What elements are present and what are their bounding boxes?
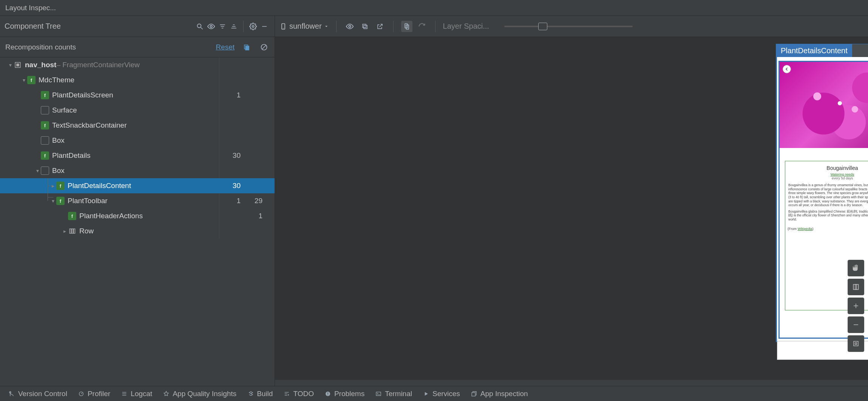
watering-value: every 5d days [788, 176, 868, 180]
tool-window-title: Layout Inspec... [5, 4, 56, 12]
device-selector[interactable]: sunflower [280, 22, 329, 31]
zoom-out-icon[interactable] [848, 316, 864, 333]
svg-rect-15 [364, 25, 367, 29]
selection-badge-name: PlantDetailsContent [776, 44, 852, 57]
tree-row[interactable]: fPlantDetails30 [0, 148, 275, 163]
layout-preview[interactable]: PlantDetailsContent 30 + [275, 37, 868, 386]
toggle-3d-icon[interactable] [401, 21, 412, 32]
layer-spacing-slider[interactable] [504, 26, 633, 27]
wikipedia-link[interactable]: Wikipedia [798, 227, 812, 231]
component-tree-panel: Recomposition counts Reset ▾nav_host – F… [0, 37, 275, 386]
bottom-bar-icon [247, 390, 254, 397]
tree-row[interactable]: fPlantHeaderActions1 [0, 208, 275, 224]
search-icon[interactable] [194, 21, 205, 32]
bottom-bar-icon [324, 390, 331, 397]
bottom-bar-icon [78, 390, 85, 397]
bottom-bar-item[interactable]: App Quality Insights [163, 390, 236, 398]
bottom-bar-icon [121, 390, 128, 397]
slider-thumb[interactable] [538, 23, 547, 30]
tree-row[interactable]: ▾Box [0, 163, 275, 178]
svg-rect-49 [327, 395, 328, 395]
svg-line-1 [201, 27, 203, 29]
svg-rect-26 [74, 229, 75, 233]
tool-window-title-bar: Layout Inspec... [0, 0, 868, 16]
bottom-bar-item[interactable]: Logcat [121, 390, 152, 398]
plant-description-2: Bougainvillea glabra (simplified Chinese… [788, 210, 868, 222]
layout-inspector-window: Layout Inspec... Component Tree [0, 0, 868, 401]
bottom-bar-icon [283, 390, 290, 397]
tree-row[interactable]: fPlantDetailsScreen1 [0, 88, 275, 103]
svg-point-0 [197, 24, 201, 28]
component-tree-label: Component Tree [5, 22, 61, 31]
svg-line-21 [262, 45, 266, 49]
svg-rect-52 [472, 392, 475, 396]
svg-rect-19 [246, 46, 249, 50]
bottom-bar-item[interactable]: Problems [324, 390, 364, 398]
back-button[interactable] [783, 65, 791, 73]
copy-icon[interactable] [241, 42, 252, 52]
svg-rect-37 [854, 341, 858, 346]
tree-row[interactable]: ▾fPlantToolbar129 [0, 193, 275, 208]
plant-title: Bougainvillea [788, 165, 868, 171]
bottom-bar-item[interactable]: App Inspection [471, 390, 528, 398]
live-updates-icon[interactable] [344, 21, 355, 32]
zoom-toolbar [848, 260, 864, 352]
svg-point-9 [252, 25, 254, 27]
settings-icon[interactable] [247, 21, 259, 32]
plant-image [780, 62, 868, 148]
bottom-bar-item[interactable]: TODO [283, 390, 314, 398]
layers-icon[interactable] [848, 279, 864, 295]
svg-rect-38 [855, 343, 857, 345]
svg-rect-14 [363, 24, 366, 28]
bottom-bar-item[interactable]: Build [247, 390, 273, 398]
recomposition-counts-bar: Recomposition counts Reset [0, 37, 275, 57]
bottom-bar-icon [8, 390, 15, 397]
plant-source: (From Wikipedia) [788, 227, 868, 231]
tree-row[interactable]: ▸Row [0, 224, 275, 239]
tree-row[interactable]: Surface [0, 103, 275, 118]
zoom-in-icon[interactable] [848, 298, 864, 314]
svg-rect-50 [376, 392, 381, 395]
bottom-bar-item[interactable]: Terminal [375, 390, 412, 398]
pan-icon[interactable] [848, 260, 864, 276]
open-external-icon[interactable] [374, 21, 386, 32]
bottom-bar-item[interactable]: Version Control [8, 390, 67, 398]
refresh-icon[interactable] [416, 21, 428, 32]
bottom-bar-item[interactable]: Services [423, 390, 460, 398]
collapse-all-icon[interactable] [228, 21, 239, 32]
horizontal-scrollbar[interactable] [275, 380, 868, 386]
recomposition-label: Recomposition counts [5, 43, 76, 51]
svg-point-2 [210, 25, 212, 28]
expand-all-icon[interactable] [217, 21, 228, 32]
tree-row[interactable]: ▸fPlantDetailsContent30 [0, 178, 275, 193]
device-name: sunflower [289, 22, 322, 31]
svg-rect-23 [17, 64, 19, 66]
bottom-bar-icon [163, 390, 170, 397]
minimize-icon[interactable] [259, 21, 270, 32]
chevron-down-icon [324, 24, 329, 29]
bottom-bar-icon [423, 390, 429, 397]
bottom-bar-item[interactable]: Profiler [78, 390, 110, 398]
tree-row[interactable]: Box [0, 133, 275, 148]
preview-toolbar: sunflower Layer Spaci... [275, 16, 868, 37]
plant-description-1: Bougainvillea is a genus of thorny ornam… [788, 183, 868, 207]
tree-row[interactable]: ▾nav_host – FragmentContainerView [0, 57, 275, 72]
svg-point-13 [349, 25, 351, 28]
snapshot-icon[interactable] [359, 21, 371, 32]
main-area: Recomposition counts Reset ▾nav_host – F… [0, 37, 868, 386]
zoom-fit-icon[interactable] [848, 335, 864, 352]
disable-icon[interactable] [259, 42, 269, 52]
bottom-bar-icon [375, 390, 382, 397]
component-tree[interactable]: ▾nav_host – FragmentContainerView▾fMdcTh… [0, 57, 275, 386]
reset-link[interactable]: Reset [216, 43, 235, 51]
status-bar: Version ControlProfilerLogcatApp Quality… [0, 386, 868, 401]
watering-label: Watering needs [788, 173, 868, 176]
component-tree-toolbar: Component Tree [0, 16, 275, 37]
tree-row[interactable]: ▾fMdcTheme [0, 72, 275, 88]
svg-rect-48 [327, 392, 328, 394]
tree-row[interactable]: fTextSnackbarContainer [0, 118, 275, 133]
visibility-icon[interactable] [205, 21, 217, 32]
top-toolbar: Component Tree [0, 16, 868, 37]
bottom-bar-icon [471, 390, 477, 397]
layer-spacing-label: Layer Spaci... [443, 22, 489, 31]
